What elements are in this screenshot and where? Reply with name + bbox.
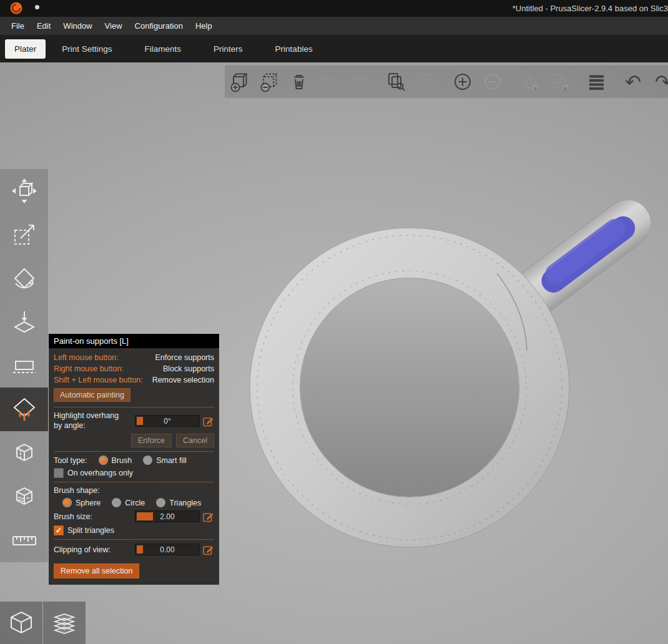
paint-on-supports-panel: Paint-on supports [L] Left mouse button:… xyxy=(49,334,219,585)
delete-all-button[interactable] xyxy=(287,70,311,94)
window-modified-dot xyxy=(35,5,39,9)
hint-right-mouse: Right mouse button: Block supports xyxy=(54,363,214,374)
split-triangles-checkbox[interactable]: ✓ xyxy=(54,525,64,535)
multimaterial-painting-icon xyxy=(10,482,39,511)
3d-view-button[interactable] xyxy=(0,602,42,644)
split-parts-button[interactable]: p xyxy=(548,70,571,94)
tool-brush-radio[interactable] xyxy=(99,456,108,465)
brush-shape-label: Brush shape: xyxy=(54,486,100,495)
highlight-overhang-label: Highlight overhang by angle: xyxy=(54,411,127,431)
redo-button[interactable]: ↷ xyxy=(651,70,668,94)
variable-layer-height-icon xyxy=(586,71,607,92)
svg-text:p: p xyxy=(564,85,567,91)
hint-left-mouse: Left mouse button: Enforce supports xyxy=(54,352,214,363)
clipping-of-view-edit-button[interactable] xyxy=(203,544,214,555)
separator xyxy=(54,451,214,452)
title-bar: *Untitled - PrusaSlicer-2.9.4 based on S… xyxy=(0,0,668,17)
cut-gizmo-button[interactable] xyxy=(0,344,48,388)
object-toolbar: o p ↶ ↷ xyxy=(225,66,668,98)
arrange-icon xyxy=(318,71,340,92)
split-triangles-label: Split triangles xyxy=(67,526,114,535)
multimaterial-painting-gizmo-button[interactable] xyxy=(0,475,48,519)
delete-object-button[interactable] xyxy=(257,70,281,94)
brush-size-slider[interactable]: 2.00 xyxy=(135,510,200,522)
add-object-icon xyxy=(228,71,250,92)
enforce-button[interactable]: Enforce xyxy=(131,434,172,447)
add-object-button[interactable] xyxy=(227,70,251,94)
menu-window[interactable]: Window xyxy=(57,17,98,35)
gizmo-toolbar xyxy=(0,169,48,562)
tab-print-settings[interactable]: Print Settings xyxy=(46,39,128,59)
measure-icon xyxy=(10,526,39,555)
rotate-icon xyxy=(10,264,39,293)
delete-object-icon xyxy=(258,71,280,92)
tab-filaments[interactable]: Filaments xyxy=(129,39,198,59)
shape-triangles-radio[interactable] xyxy=(156,498,165,507)
highlight-overhang-slider[interactable]: 0° xyxy=(135,415,200,427)
clipping-of-view-label: Clipping of view: xyxy=(54,545,111,554)
seam-gizmo-button[interactable] xyxy=(0,431,48,475)
place-on-face-gizmo-button[interactable] xyxy=(0,300,48,344)
separator xyxy=(54,539,214,540)
split-objects-icon: o xyxy=(519,71,540,92)
move-gizmo-button[interactable] xyxy=(0,169,48,213)
menu-help[interactable]: Help xyxy=(189,17,219,35)
undo-icon: ↶ xyxy=(625,72,641,92)
copy-icon xyxy=(385,71,406,92)
brush-size-label: Brush size: xyxy=(54,512,92,521)
3d-viewport[interactable]: o p ↶ ↷ xyxy=(0,62,668,644)
copy-button[interactable] xyxy=(384,70,408,94)
layers-view-icon xyxy=(51,610,77,636)
prusaslicer-logo-icon xyxy=(10,2,22,14)
paint-on-supports-gizmo-button[interactable] xyxy=(0,388,48,431)
remove-instance-button[interactable] xyxy=(481,70,504,94)
layers-view-button[interactable] xyxy=(43,602,86,644)
split-objects-button[interactable]: o xyxy=(518,70,541,94)
variable-layer-height-button[interactable] xyxy=(584,70,608,94)
place-on-face-icon xyxy=(10,308,39,336)
brush-size-edit-button[interactable] xyxy=(203,511,214,522)
cancel-button[interactable]: Cancel xyxy=(176,434,214,447)
redo-icon: ↷ xyxy=(655,72,668,92)
add-instance-button[interactable] xyxy=(451,70,474,94)
panel-title: Paint-on supports [L] xyxy=(49,334,219,348)
paste-button[interactable] xyxy=(414,70,438,94)
seam-icon xyxy=(10,439,39,467)
svg-text:o: o xyxy=(534,85,537,91)
menu-file[interactable]: File xyxy=(5,17,31,35)
arrange-bed-button[interactable] xyxy=(347,70,371,94)
menu-edit[interactable]: Edit xyxy=(31,17,57,35)
tab-printers[interactable]: Printers xyxy=(197,39,259,59)
pencil-icon xyxy=(203,544,214,555)
remove-instance-icon xyxy=(481,71,504,93)
tool-type-label: Tool type: xyxy=(54,456,87,465)
paint-on-supports-icon xyxy=(10,395,39,424)
undo-button[interactable]: ↶ xyxy=(621,70,645,94)
tab-printables[interactable]: Printables xyxy=(259,39,329,59)
view-mode-toolbar xyxy=(0,602,86,644)
main-tab-bar: Plater Print Settings Filaments Printers… xyxy=(0,35,668,62)
remove-all-selection-button[interactable]: Remove all selection xyxy=(54,564,139,578)
rotate-gizmo-button[interactable] xyxy=(0,256,48,300)
paste-icon xyxy=(415,71,436,92)
menu-view[interactable]: View xyxy=(99,17,129,35)
scale-gizmo-button[interactable] xyxy=(0,213,48,256)
on-overhangs-only-checkbox[interactable] xyxy=(54,468,64,478)
shape-sphere-radio[interactable] xyxy=(62,498,72,507)
highlight-overhang-edit-button[interactable] xyxy=(203,416,214,427)
measure-gizmo-button[interactable] xyxy=(0,519,48,562)
window-title: *Untitled - PrusaSlicer-2.9.4 based on S… xyxy=(513,4,668,13)
clipping-of-view-slider[interactable]: 0.00 xyxy=(135,544,200,555)
tab-plater[interactable]: Plater xyxy=(5,39,46,59)
move-icon xyxy=(10,177,39,205)
pencil-icon xyxy=(203,511,214,522)
tool-smart-fill-radio[interactable] xyxy=(143,456,152,465)
split-parts-icon: p xyxy=(549,71,570,92)
menu-configuration[interactable]: Configuration xyxy=(129,17,189,35)
cut-icon xyxy=(10,351,39,380)
arrange-button[interactable] xyxy=(317,70,341,94)
separator xyxy=(54,407,214,407)
trash-icon xyxy=(288,71,310,92)
automatic-painting-button[interactable]: Automatic painting xyxy=(54,388,130,402)
shape-circle-radio[interactable] xyxy=(112,498,121,507)
